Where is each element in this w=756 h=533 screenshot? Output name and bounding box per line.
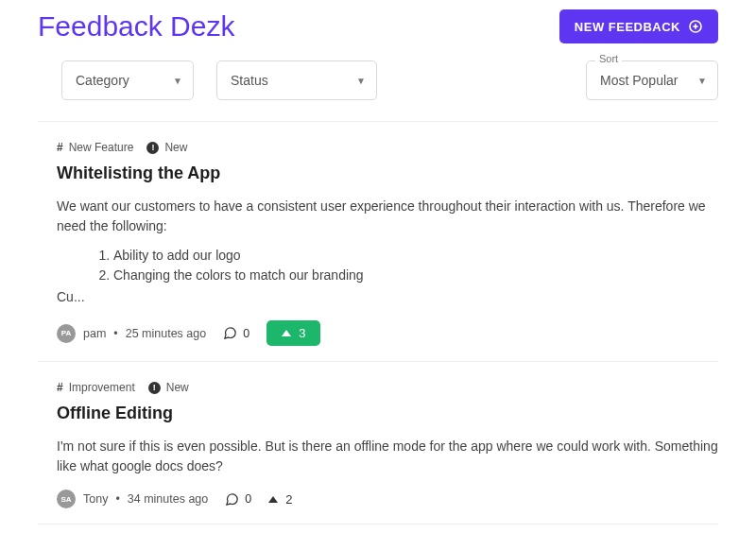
post-body: We want our customers to have a consiste… xyxy=(57,197,718,307)
upvote-button[interactable]: 2 xyxy=(268,492,292,507)
post-tags: # New Feature ! New xyxy=(57,141,718,154)
body-intro: I'm not sure if this is even possible. B… xyxy=(57,437,718,476)
status-label: New xyxy=(164,141,187,154)
hash-icon: # xyxy=(57,381,63,394)
upvote-count: 3 xyxy=(299,326,305,340)
post-meta: PA pam • 25 minutes ago 0 3 xyxy=(57,320,718,346)
author-block[interactable]: PA pam • 25 minutes ago xyxy=(57,324,206,343)
post-tags: # Improvement ! New xyxy=(57,381,718,394)
author-name: Tony xyxy=(83,492,108,506)
hash-icon: # xyxy=(57,141,63,154)
upvote-icon xyxy=(268,496,278,503)
avatar: PA xyxy=(57,324,76,343)
info-icon: ! xyxy=(146,142,159,154)
feedback-post: # Improvement ! New Offline Editing I'm … xyxy=(38,362,718,524)
info-icon: ! xyxy=(148,382,161,394)
body-tail: Cu... xyxy=(57,287,718,307)
author-name: pam xyxy=(83,327,106,340)
upvote-icon xyxy=(282,330,291,336)
header: Feedback Dezk NEW FEEDBACK xyxy=(38,9,718,43)
body-intro: We want our customers to have a consiste… xyxy=(57,197,718,236)
comments-button[interactable]: 0 xyxy=(225,492,251,507)
category-field: Category ▼ xyxy=(61,60,194,100)
status-label: New xyxy=(166,381,189,394)
sort-field: Sort Most Popular ▼ xyxy=(586,60,718,100)
comments-count: 0 xyxy=(243,327,249,340)
post-time: 34 minutes ago xyxy=(128,492,208,506)
divider xyxy=(38,524,718,524)
dot-separator: • xyxy=(113,327,117,340)
post-body: I'm not sure if this is even possible. B… xyxy=(57,437,718,476)
comments-count: 0 xyxy=(245,492,251,506)
status-field: Status ▼ xyxy=(216,60,377,100)
post-title[interactable]: Offline Editing xyxy=(57,404,718,423)
feedback-post: # New Feature ! New Whitelisting the App… xyxy=(38,122,718,361)
new-feedback-label: NEW FEEDBACK xyxy=(575,20,680,34)
author-block[interactable]: SA Tony • 34 minutes ago xyxy=(57,490,208,508)
category-select[interactable]: Category xyxy=(61,60,194,100)
sort-select[interactable]: Most Popular xyxy=(586,60,718,100)
sort-label: Sort xyxy=(595,53,622,64)
avatar: SA xyxy=(57,490,76,508)
body-list-item: Ability to add our logo xyxy=(113,246,718,266)
category-label: New Feature xyxy=(69,141,134,154)
status-select[interactable]: Status xyxy=(216,60,377,100)
category-tag[interactable]: # Improvement xyxy=(57,381,135,394)
body-list-item: Changing the colors to match our brandin… xyxy=(113,266,718,285)
category-label: Improvement xyxy=(69,381,135,394)
comment-icon xyxy=(223,326,237,340)
new-feedback-button[interactable]: NEW FEEDBACK xyxy=(559,9,718,43)
upvote-count: 2 xyxy=(285,492,292,507)
upvote-button[interactable]: 3 xyxy=(266,320,320,346)
plus-icon xyxy=(688,19,703,34)
post-title[interactable]: Whitelisting the App xyxy=(57,163,718,183)
comments-button[interactable]: 0 xyxy=(223,326,249,340)
page-title: Feedback Dezk xyxy=(38,10,234,43)
status-tag[interactable]: ! New xyxy=(148,381,189,394)
category-tag[interactable]: # New Feature xyxy=(57,141,133,154)
post-meta: SA Tony • 34 minutes ago 0 2 xyxy=(57,490,718,508)
comment-icon xyxy=(225,492,239,507)
dot-separator: • xyxy=(115,492,119,506)
filter-bar: Category ▼ Status ▼ Sort Most Popular ▼ xyxy=(38,60,718,100)
post-time: 25 minutes ago xyxy=(126,327,206,340)
status-tag[interactable]: ! New xyxy=(146,141,187,154)
